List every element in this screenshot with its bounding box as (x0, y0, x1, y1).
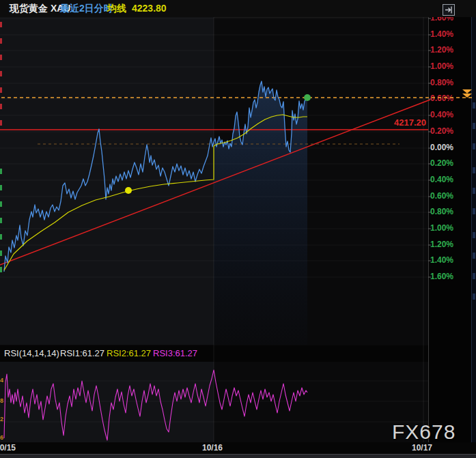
rsi-formula: RSI(14,14,14) (4, 348, 59, 358)
rsi-line (4, 370, 307, 440)
period-mode-label[interactable]: 最近2日分时 (60, 3, 113, 15)
rsi3-value: RSI3:61.27 (153, 348, 197, 358)
last-price-dot (304, 94, 311, 101)
date-label-10-16: 10/16 (202, 443, 223, 453)
horizontal-scrollbar[interactable] (0, 454, 476, 458)
chart-window: 1.60%1.40%1.20%1.00%0.80%0.60%0.40%0.20%… (0, 0, 476, 458)
chart-header: 现货黄金 XAU 最近2日分时 均线 4223.80 (0, 0, 476, 17)
ma-dot (125, 187, 132, 194)
price-level-label: 4217.20 (394, 117, 426, 128)
popout-icon[interactable] (443, 4, 455, 16)
rsi1-value: RSI1:61.27 (60, 348, 104, 358)
date-label-10-15: 10/15 (0, 443, 16, 453)
ma-value: 4223.80 (132, 3, 167, 14)
price-area-fill (214, 81, 307, 345)
date-label-10-17: 10/17 (412, 443, 432, 453)
last-price-axis-arrow (462, 94, 472, 98)
chart-canvas[interactable] (0, 0, 476, 458)
rsi2-value: RSI2:61.27 (107, 348, 151, 358)
date-axis: 10/15 10/16 10/17 (0, 442, 476, 454)
ma-label: 均线 (107, 3, 126, 15)
last-price-axis-arrow (462, 89, 472, 94)
site-watermark: FX678 (392, 420, 456, 444)
